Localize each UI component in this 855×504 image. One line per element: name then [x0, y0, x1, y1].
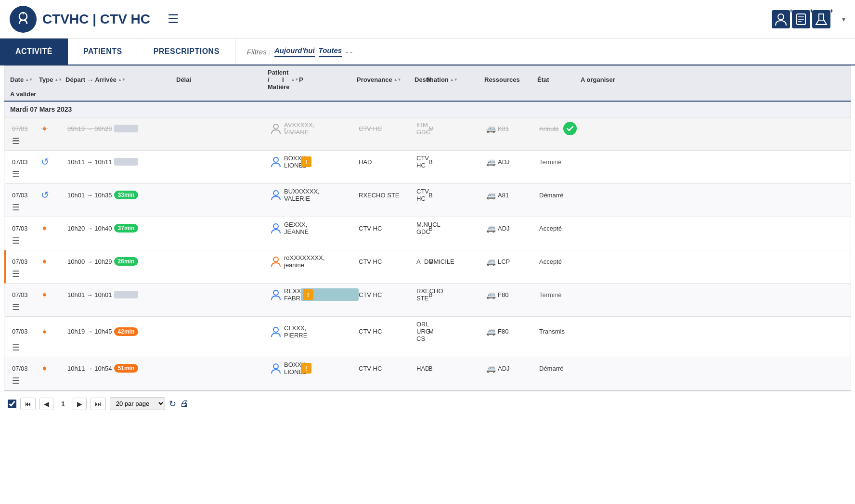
svg-point-11	[273, 124, 278, 129]
row-menu-icon[interactable]: ☰	[12, 342, 20, 353]
col-delai[interactable]: Délai	[176, 76, 268, 83]
cell-resource: 🚐 ADJ	[486, 224, 539, 233]
col-resources[interactable]: Ressources	[484, 76, 537, 83]
cell-resource: 🚐 LCP	[486, 257, 539, 266]
first-page-button[interactable]: ⏮	[20, 398, 36, 410]
cell-provenance: CTV HC	[359, 328, 416, 335]
priority-warning: !	[301, 363, 311, 374]
svg-point-19	[273, 364, 278, 369]
cell-valider[interactable]: ☰	[12, 169, 41, 180]
cell-provenance: CTV HC	[359, 365, 416, 372]
col-provenance[interactable]: Provenance ▲▼	[357, 76, 415, 83]
cell-destination: IRM GDC	[416, 121, 428, 136]
cell-valider[interactable]: ☰	[12, 269, 41, 279]
cell-valider[interactable]: ☰	[12, 235, 41, 246]
cell-etat: Démarré	[539, 365, 583, 372]
col-type[interactable]: Type ▲▼	[39, 76, 65, 83]
row-menu-icon[interactable]: ☰	[12, 136, 20, 146]
row-menu-icon[interactable]: ☰	[12, 375, 20, 386]
cell-m: B	[428, 192, 486, 199]
duration-badge: 33min	[114, 191, 139, 199]
col-date[interactable]: Date ▲▼	[10, 76, 39, 83]
svg-point-16	[273, 257, 278, 262]
table-row: 07/03 ↺ 10h01 → 10h35 33min BUXXXXXX, VA…	[4, 184, 851, 217]
col-destination[interactable]: Destination ▲▼	[415, 76, 427, 83]
cell-patient: REXXXXX, FABRICE	[270, 287, 284, 302]
filter-bar: Filtres : Aujourd'hui Toutes - -	[235, 39, 855, 65]
vehicle-icon: 🚐	[486, 224, 496, 233]
svg-point-14	[273, 191, 278, 195]
col-m: M	[427, 76, 484, 83]
cell-valider[interactable]: ☰	[12, 136, 41, 146]
filter-toutes[interactable]: Toutes	[319, 46, 342, 57]
cell-m: B	[428, 291, 486, 298]
table-row: 07/03 ➧ 10h01 → 10h01 REXXXXX, FABRICE !…	[4, 284, 851, 317]
tab-prescriptions[interactable]: PRESCRIPTIONS	[138, 39, 235, 65]
add-prescription-button[interactable]: +	[792, 10, 810, 28]
table-row: 07/03 ➧ 10h20 → 10h40 37min GEXXX, JEANN…	[4, 217, 851, 250]
filter-today[interactable]: Aujourd'hui	[274, 46, 315, 57]
cell-provenance: CTV HC	[359, 258, 416, 265]
filter-separator: - -	[346, 48, 352, 56]
cell-destination: CTV HC	[416, 155, 428, 169]
cell-etat: Accepté	[539, 258, 583, 265]
cell-blurred-3	[114, 291, 138, 298]
col-depart-arrivee[interactable]: Départ → Arrivée ▲▼	[65, 76, 176, 84]
cell-valider[interactable]: ☰	[12, 375, 41, 386]
cell-resource: 🚐 K81	[486, 124, 539, 133]
header-actions: + + + ▾	[772, 10, 845, 28]
cell-valider[interactable]: ☰	[12, 302, 41, 312]
duration-badge: 51min	[114, 364, 139, 373]
table-row: 07/03 ➧ 10h11 → 10h54 51min BOXXX, LIONE…	[4, 357, 851, 390]
patient-avatar	[270, 122, 282, 135]
cell-resource: 🚐 A81	[486, 191, 539, 200]
row-menu-icon[interactable]: ☰	[12, 202, 20, 213]
tab-activite[interactable]: ACTIVITÉ	[0, 39, 68, 65]
cell-resource: 🚐 F80	[486, 327, 539, 336]
filter-label: Filtres :	[247, 48, 271, 56]
add-patient-button[interactable]: +	[772, 10, 790, 28]
priority-warning: !	[301, 156, 311, 167]
cell-patient: CLXXX, PIERRE	[270, 324, 284, 339]
row-menu-icon[interactable]: ☰	[12, 169, 20, 180]
cell-i: -	[284, 125, 301, 132]
cell-time: 10h00 → 10h29 26min	[67, 257, 178, 266]
row-menu-icon[interactable]: ☰	[12, 269, 20, 279]
duration-badge: 26min	[114, 257, 139, 266]
select-all-checkbox[interactable]	[8, 400, 16, 408]
cell-patient: BUXXXXXX, VALERIE	[270, 188, 284, 202]
prev-page-button[interactable]: ◀	[39, 398, 53, 410]
logo-icon	[10, 6, 37, 33]
vehicle-icon: 🚐	[486, 124, 496, 133]
col-i: I	[282, 76, 299, 83]
cell-m: M	[428, 328, 486, 335]
cell-resource: 🚐 F80	[486, 290, 539, 299]
cell-m: M	[428, 125, 486, 132]
cell-etat: Accepté	[539, 225, 583, 232]
cell-patient: roXXXXXXXX, jeanine	[270, 254, 284, 269]
col-etat[interactable]: État	[537, 76, 581, 83]
row-menu-icon[interactable]: ☰	[12, 302, 20, 312]
next-page-button[interactable]: ▶	[73, 398, 87, 410]
duration-badge: 37min	[114, 224, 139, 233]
per-page-select[interactable]: 10 par page 20 par page 50 par page 100 …	[110, 397, 165, 410]
last-page-button[interactable]: ⏭	[91, 398, 106, 410]
cell-time: 09h19 → 09h28	[67, 125, 178, 132]
svg-point-15	[273, 224, 278, 229]
col-patient[interactable]: Patient / Matière ▲▼	[268, 69, 282, 90]
header-dropdown[interactable]: ▾	[842, 15, 845, 23]
priority-warning: !	[303, 289, 313, 300]
add-lab-button[interactable]: +	[812, 10, 830, 28]
row-menu-icon[interactable]: ☰	[12, 235, 20, 246]
type-forward-icon: ➧	[41, 256, 48, 267]
print-button[interactable]: 🖨	[180, 399, 189, 409]
svg-point-13	[273, 157, 278, 162]
cell-type: ➧	[41, 326, 67, 337]
hamburger-menu[interactable]: ☰	[168, 12, 179, 26]
cell-valider[interactable]: ☰	[12, 342, 41, 353]
tab-patients[interactable]: PATIENTS	[68, 39, 138, 65]
cell-valider[interactable]: ☰	[12, 202, 41, 213]
nav-filter-row: ACTIVITÉ PATIENTS PRESCRIPTIONS Filtres …	[0, 39, 855, 65]
refresh-button[interactable]: ↻	[169, 399, 176, 409]
cell-blurred	[114, 125, 138, 132]
